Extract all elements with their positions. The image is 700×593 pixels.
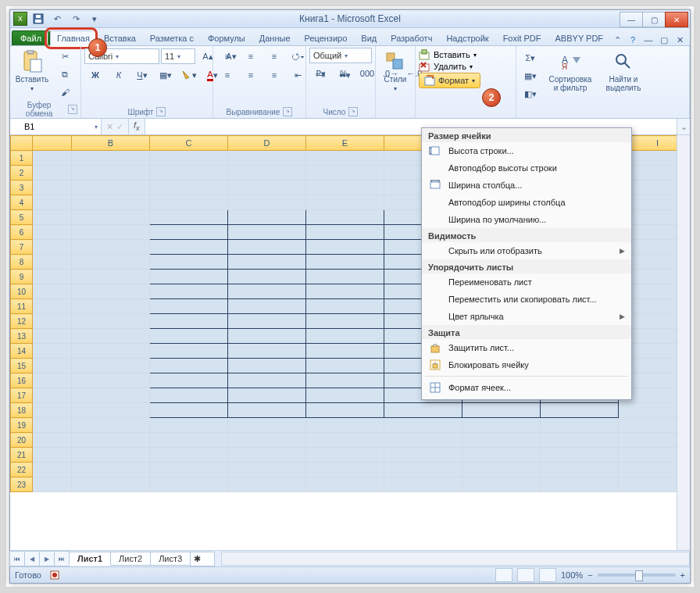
sheet-nav-prev-icon[interactable]: ◀ [24, 551, 40, 566]
cell[interactable] [72, 344, 150, 359]
cell[interactable] [619, 403, 677, 418]
mdi-close-icon[interactable]: ✕ [674, 34, 685, 45]
cell[interactable] [150, 166, 228, 180]
cell[interactable] [619, 433, 677, 448]
find-select-button[interactable]: Найти и выделить [599, 48, 648, 95]
mdi-max-icon[interactable]: ▢ [659, 34, 670, 45]
cell[interactable] [33, 299, 72, 314]
qat-dropdown-icon[interactable]: ▾ [87, 11, 102, 27]
cell[interactable] [33, 477, 72, 492]
menu-col-width[interactable]: Ширина столбца... [422, 177, 631, 194]
cell[interactable] [306, 448, 384, 463]
cell[interactable] [72, 448, 150, 463]
tab-abbyy[interactable]: ABBYY PDF [548, 30, 611, 45]
cell[interactable] [72, 270, 150, 284]
cell[interactable] [33, 210, 72, 225]
cell[interactable] [228, 210, 306, 225]
cell[interactable] [228, 388, 306, 403]
bold-icon[interactable]: Ж [84, 66, 106, 84]
cell[interactable] [306, 359, 384, 373]
row-header[interactable]: 12 [11, 314, 33, 329]
align-left-icon[interactable]: ≡ [216, 66, 238, 84]
cell[interactable] [150, 477, 228, 492]
cell[interactable] [228, 359, 306, 373]
row-header[interactable]: 20 [11, 433, 33, 448]
cell[interactable] [150, 255, 228, 270]
align-center-icon[interactable]: ≡ [240, 66, 262, 84]
cell[interactable] [33, 284, 72, 299]
cell[interactable] [384, 448, 462, 463]
cell[interactable] [150, 344, 228, 359]
cell[interactable] [150, 270, 228, 284]
fill-icon[interactable]: ▦▾ [520, 67, 541, 84]
tab-foxit[interactable]: Foxit PDF [496, 30, 548, 45]
cell[interactable] [306, 195, 384, 210]
cell[interactable] [462, 403, 541, 418]
cell[interactable] [72, 225, 150, 240]
cell[interactable] [228, 195, 306, 210]
row-header[interactable]: 2 [11, 166, 33, 180]
fill-color-icon[interactable]: ▾ [178, 66, 200, 84]
col-header[interactable]: D [228, 136, 306, 151]
cell[interactable] [541, 448, 619, 463]
sheet-nav-next-icon[interactable]: ▶ [39, 551, 55, 566]
cell[interactable] [228, 299, 306, 314]
align-top-icon[interactable]: ≡ [216, 48, 238, 65]
cell[interactable] [306, 373, 384, 388]
view-normal-icon[interactable] [495, 568, 512, 582]
cell[interactable] [33, 255, 72, 270]
row-header[interactable]: 4 [11, 195, 33, 210]
cell[interactable] [72, 255, 150, 270]
cell[interactable] [228, 448, 306, 463]
sheet-nav-first-icon[interactable]: ⏮ [9, 551, 25, 566]
cell[interactable] [150, 433, 228, 448]
cell[interactable] [228, 166, 306, 180]
cell[interactable] [306, 477, 384, 492]
cell[interactable] [228, 151, 306, 166]
sheet-tab[interactable]: Лист1 [69, 552, 111, 566]
cell[interactable] [228, 344, 306, 359]
cell[interactable] [150, 314, 228, 329]
font-launcher-icon[interactable]: ↘ [156, 107, 166, 116]
cell[interactable] [306, 166, 384, 180]
menu-move-sheet[interactable]: Переместить или скопировать лист... [422, 291, 631, 308]
copy-icon[interactable]: ⧉ [54, 66, 76, 83]
sheet-tab[interactable]: Лист2 [110, 552, 151, 566]
cell[interactable] [72, 463, 150, 477]
cell[interactable] [33, 344, 72, 359]
macro-record-icon[interactable] [49, 570, 60, 580]
menu-hide-show[interactable]: Скрыть или отобразить ▶ [422, 242, 631, 259]
cell[interactable] [72, 195, 150, 210]
cell[interactable] [72, 329, 150, 344]
clipboard-launcher-icon[interactable]: ↘ [68, 105, 77, 114]
cell[interactable] [228, 255, 306, 270]
cell[interactable] [384, 418, 462, 433]
italic-icon[interactable]: К [108, 66, 130, 84]
menu-autofit-col[interactable]: Автоподбор ширины столбца [422, 194, 631, 211]
currency-icon[interactable]: ₽▾ [309, 65, 331, 82]
row-header[interactable]: 5 [11, 210, 33, 225]
vertical-scrollbar[interactable] [677, 135, 690, 550]
cell[interactable] [228, 477, 306, 492]
indent-dec-icon[interactable]: ⇤ [287, 66, 309, 84]
cell[interactable] [462, 463, 541, 477]
cell[interactable] [72, 418, 150, 433]
maximize-button[interactable]: ▢ [642, 12, 666, 27]
cell[interactable] [306, 403, 384, 418]
save-icon[interactable] [30, 11, 46, 27]
fx-icon[interactable]: fx [129, 119, 145, 134]
col-header[interactable]: C [150, 136, 228, 151]
cell[interactable] [72, 180, 150, 195]
cell[interactable] [228, 373, 306, 388]
cell[interactable] [228, 240, 306, 255]
menu-lock-cell[interactable]: Блокировать ячейку [422, 356, 631, 373]
cell[interactable] [33, 329, 72, 344]
sheet-tab[interactable]: Лист3 [150, 552, 191, 566]
cell[interactable] [306, 329, 384, 344]
tab-formulas[interactable]: Формулы [201, 30, 252, 45]
cell[interactable] [72, 166, 150, 180]
cell[interactable] [33, 240, 72, 255]
font-size-select[interactable]: 11▾ [161, 48, 195, 64]
comma-icon[interactable]: 000 [356, 65, 378, 82]
tab-layout[interactable]: Разметка с [143, 30, 201, 45]
